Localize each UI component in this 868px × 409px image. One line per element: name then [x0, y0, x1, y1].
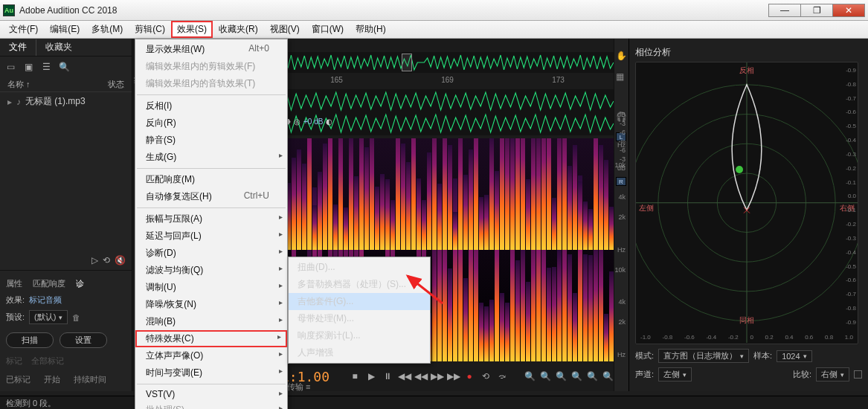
- record-icon[interactable]: ▣: [22, 61, 34, 73]
- window-maximize-button[interactable]: ❐: [800, 4, 833, 17]
- col-name[interactable]: 名称 ↑: [7, 79, 30, 90]
- menu-window[interactable]: 窗口(W): [306, 21, 350, 38]
- settings-button[interactable]: 设置: [60, 332, 107, 348]
- overview-viewport[interactable]: [402, 54, 412, 71]
- submenu-item[interactable]: 母带处理(M)...: [289, 310, 430, 327]
- pause-button[interactable]: ⏸: [382, 371, 393, 381]
- col-start: 开始: [44, 374, 60, 385]
- file-row[interactable]: ▸ ♪ 无标题 (1).mp3: [0, 92, 132, 111]
- tab-properties[interactable]: 属性: [6, 278, 22, 289]
- menu-item[interactable]: 调制(U): [135, 279, 287, 296]
- menu-favorites[interactable]: 收藏夹(R): [213, 21, 264, 38]
- menu-item[interactable]: 滤波与均衡(Q): [135, 262, 287, 279]
- menu-item[interactable]: 匹配响度(M): [135, 171, 287, 188]
- menu-help[interactable]: 帮助(H): [350, 21, 392, 38]
- frequency-scale: Hz10k4k2kHz10k4k2kHz: [603, 141, 626, 358]
- menu-item[interactable]: 反相(I): [135, 97, 287, 115]
- phase-panel: 相位分析 反相 同相 左侧 右侧 -0.9-0.8-0.7-0.6-0.5-0.…: [629, 39, 868, 391]
- menu-clip[interactable]: 剪辑(C): [129, 21, 171, 38]
- menu-item[interactable]: 降噪/恢复(N): [135, 296, 287, 313]
- zoom-in-icon[interactable]: 🔍: [524, 371, 536, 381]
- menu-item[interactable]: 显示效果组(W)Alt+0: [135, 41, 287, 58]
- effects-menu: 显示效果组(W)Alt+0编辑效果组内的剪辑效果(F)编辑效果组内的音轨效果(T…: [135, 39, 288, 409]
- menu-item[interactable]: 生成(G): [135, 149, 287, 166]
- waveform-icon: ♪: [16, 97, 21, 107]
- open-file-icon[interactable]: ▭: [4, 61, 16, 73]
- col-marked: 已标记: [6, 374, 30, 385]
- zoom-reset-icon[interactable]: 🔍: [602, 371, 614, 381]
- mode-select[interactable]: 直方图（日志增放）▾: [658, 349, 749, 363]
- tool-icon[interactable]: ▦: [616, 71, 627, 82]
- sample-select[interactable]: 1024▾: [777, 350, 811, 362]
- svg-line-9: [408, 276, 443, 303]
- search-icon[interactable]: 🔍: [58, 61, 70, 73]
- tab-files[interactable]: 文件: [0, 39, 36, 56]
- phase-title: 相位分析: [635, 43, 862, 62]
- skip-back-button[interactable]: ◀◀: [398, 371, 410, 381]
- skip-forward-button[interactable]: ▶▶: [447, 371, 459, 381]
- menu-item[interactable]: 延迟与回声(L): [135, 228, 287, 245]
- left-panel: 文件 收藏夹 ▭ ▣ ☰ 🔍 名称 ↑ 状态 ▸ ♪ 无标题 (1).mp3 ▷…: [0, 39, 132, 391]
- menu-item[interactable]: 反向(R): [135, 115, 287, 132]
- zoom-v-icon[interactable]: 🔍: [587, 371, 598, 381]
- col-status[interactable]: 状态: [108, 79, 124, 90]
- annotation-arrow: [402, 270, 446, 307]
- scan-button[interactable]: 扫描: [6, 332, 54, 348]
- window-close-button[interactable]: ✕: [832, 4, 865, 17]
- record-button[interactable]: ●: [463, 371, 475, 381]
- menu-file[interactable]: 文件(F): [3, 21, 44, 38]
- effect-value[interactable]: 标记音频: [29, 294, 62, 306]
- tab-favorites[interactable]: 收藏夹: [36, 39, 81, 56]
- hand-icon[interactable]: ✋: [616, 51, 627, 61]
- play-icon[interactable]: ▷: [91, 255, 98, 267]
- tab-match-loudness[interactable]: 匹配响度: [33, 278, 65, 289]
- mark-all-button: 全部标记: [31, 355, 64, 367]
- submenu-item[interactable]: 人声增强: [289, 344, 430, 361]
- forward-button[interactable]: ▶▶: [431, 371, 443, 381]
- menu-item[interactable]: 自动修复选区(H)Ctrl+U: [135, 188, 287, 205]
- menu-item[interactable]: 振幅与压限(A): [135, 210, 287, 228]
- preset-select[interactable]: (默认)▾: [29, 310, 68, 324]
- pan-icon[interactable]: ◐: [326, 117, 332, 126]
- zoom-sel-icon[interactable]: 🔍: [571, 371, 582, 381]
- menu-item[interactable]: 混响(B): [135, 313, 287, 330]
- timeline-ruler[interactable]: 165 169 173: [281, 76, 614, 86]
- checkbox[interactable]: [854, 370, 862, 379]
- menu-multitrack[interactable]: 多轨(M): [86, 21, 129, 38]
- menu-effects[interactable]: 效果(S): [171, 21, 213, 38]
- stop-button[interactable]: ■: [349, 371, 361, 381]
- play-button[interactable]: ▶: [365, 371, 377, 381]
- main-content: 文件 收藏夹 ▭ ▣ ☰ 🔍 名称 ↑ 状态 ▸ ♪ 无标题 (1).mp3 ▷…: [0, 39, 868, 391]
- delete-icon[interactable]: 🗑: [72, 313, 80, 322]
- gain-value[interactable]: +0 dB: [303, 117, 323, 126]
- mode-label: 模式:: [635, 350, 654, 361]
- rewind-button[interactable]: ◀◀: [414, 371, 426, 381]
- list-icon[interactable]: ☰: [40, 61, 52, 73]
- target-icon[interactable]: ◎: [294, 117, 300, 126]
- channel-select[interactable]: 左侧▾: [658, 367, 692, 381]
- menu-edit[interactable]: 编辑(E): [44, 21, 86, 38]
- menu-item[interactable]: 立体声声像(O): [135, 347, 287, 364]
- menu-item[interactable]: 诊断(D): [135, 245, 287, 262]
- menu-item[interactable]: VST(V): [135, 387, 287, 402]
- menu-item[interactable]: 特殊效果(C): [135, 330, 287, 347]
- skip-sel-button[interactable]: ⤼: [496, 371, 508, 381]
- menu-item[interactable]: 时间与变调(E): [135, 364, 287, 381]
- menu-view[interactable]: 视图(V): [264, 21, 306, 38]
- window-minimize-button[interactable]: —: [768, 4, 801, 17]
- tab-diagnostics[interactable]: 诊: [76, 278, 84, 289]
- transport-panel-label[interactable]: 传输 ≡: [287, 381, 310, 393]
- waveform-display[interactable]: ⬣ ◎ +0 dB ◐: [281, 89, 614, 135]
- chevron-down-icon: ▾: [59, 314, 62, 321]
- compare-label: 比较:: [793, 369, 811, 380]
- zoom-full-icon[interactable]: 🔍: [556, 371, 567, 381]
- phase-plot[interactable]: 反相 同相 左侧 右侧 -0.9-0.8-0.7-0.6-0.5-0.4-0.3…: [635, 62, 858, 344]
- mute-icon[interactable]: 🔇: [115, 255, 126, 267]
- compare-select[interactable]: 右侧▾: [816, 367, 849, 381]
- submenu-item[interactable]: 响度探测计(L)...: [289, 327, 430, 344]
- overview-waveform[interactable]: [281, 52, 614, 73]
- loop-icon[interactable]: ⟲: [103, 255, 110, 267]
- menu-item[interactable]: 静音(S): [135, 132, 287, 149]
- zoom-out-icon[interactable]: 🔍: [540, 371, 551, 381]
- loop-button[interactable]: ⟲: [480, 371, 492, 381]
